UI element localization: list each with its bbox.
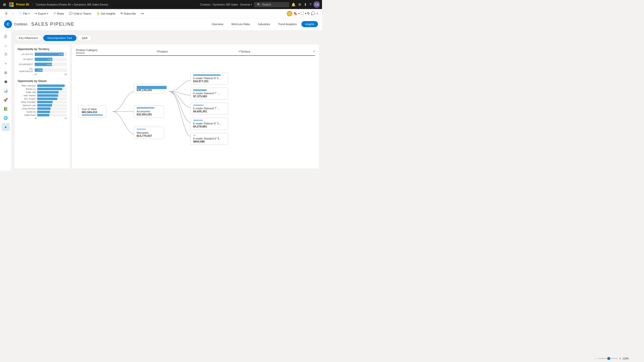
- refresh-icon[interactable]: ↻: [307, 12, 310, 15]
- menu-toggle-button[interactable]: ☰: [3, 11, 10, 16]
- sidebar-icon-browse[interactable]: ⊞: [2, 69, 10, 77]
- owner-bar-row: Hollie Rees: [18, 114, 67, 116]
- microsoft-logo-icon: [9, 2, 14, 7]
- sidebar-icon-apps[interactable]: 🚀: [2, 96, 10, 104]
- comment-icon[interactable]: 💭: [311, 12, 315, 15]
- get-insights-button[interactable]: 💡 Get insights: [94, 11, 117, 16]
- search-button[interactable]: 🔍 Search: [254, 2, 289, 7]
- nav-trend[interactable]: Trend Analytics: [274, 21, 300, 27]
- owner-chart-title: Opportunity by Owner: [18, 79, 67, 82]
- owner-bar-track: [37, 98, 67, 100]
- file-chevron-icon: ▾: [28, 12, 30, 15]
- territory-bar-track: 3.1K: [35, 58, 67, 61]
- owner-bar-row: Alan Steiner: [18, 94, 67, 97]
- right-node-1-bar: [193, 89, 207, 91]
- left-panel: Opportunity by Territory US-SOUTH 6.4K U…: [15, 44, 70, 168]
- sidebar-icon-recent[interactable]: ⏱: [2, 51, 10, 59]
- sidebar-icon-metrics[interactable]: 📊: [2, 87, 10, 95]
- fullscreen-icon[interactable]: ⛶: [301, 12, 304, 15]
- owner-label: Riley Johnson: [18, 84, 36, 87]
- owner-bar-row: Alicia Thomber: [18, 101, 67, 103]
- territory-bar-row: US-NORTHEAST 1.3K: [18, 68, 67, 73]
- owner-bar-row: Eric Gruber: [18, 98, 67, 100]
- help-icon[interactable]: ?: [309, 3, 311, 7]
- nav-overview[interactable]: Overview: [208, 21, 227, 27]
- right-node-3-bar: [193, 120, 203, 121]
- mid-node-warranties[interactable]: Warranties $14,775,927: [134, 127, 164, 139]
- bookmark-chevron[interactable]: ▾: [298, 12, 300, 15]
- search-icon: 🔍: [257, 3, 261, 6]
- sidebar-icon-menu[interactable]: ☰: [2, 32, 10, 40]
- close-territory[interactable]: ✕: [313, 50, 315, 53]
- territory-bar-fill: 3.1K: [35, 58, 52, 61]
- file-label: File: [23, 12, 28, 15]
- decomp-tree-panel: Product Category Devices ✕ Product ✕ Ter…: [72, 44, 319, 168]
- right-node-2[interactable]: E-reader Diamond 7" ... $4,605,301: [190, 103, 228, 115]
- right-node-4-name: E-reader Standard 6" 8...: [193, 137, 225, 140]
- territory-bar-value: 3.0K: [47, 63, 51, 66]
- root-node[interactable]: Sum of Value $83,569,410: [78, 106, 106, 118]
- owner-bar-row: Renee Lo: [18, 88, 67, 90]
- mid-node-accessories[interactable]: Accessories $32,654,281: [134, 105, 164, 118]
- close-product[interactable]: ✕: [238, 50, 240, 53]
- more-button[interactable]: •••: [139, 11, 146, 16]
- sidebar-icon-create[interactable]: ＋: [2, 60, 10, 68]
- settings-icon[interactable]: ⚙: [298, 3, 301, 7]
- owner-label: Greg Winston: [18, 107, 36, 110]
- tree-canvas: Sum of Value $83,569,410 Devices $36,139…: [76, 59, 315, 164]
- col-header-product-category: Product Category: [76, 49, 98, 52]
- apps-grid-icon[interactable]: ⊞: [2, 2, 7, 8]
- bookmark-icon[interactable]: 🔖: [293, 12, 297, 15]
- sidebar-icon-home[interactable]: ⌂: [2, 41, 10, 50]
- chevron-down-icon[interactable]: ▾: [251, 3, 252, 6]
- favorite-icon[interactable]: ☆: [316, 12, 319, 15]
- territory-axis-min: 0K: [35, 73, 37, 75]
- tab-qna[interactable]: Q&A: [77, 35, 92, 41]
- sidebar-icon-goals[interactable]: ⬟: [2, 78, 10, 86]
- subscribe-button[interactable]: ✉ Subscribe: [118, 11, 138, 16]
- file-button[interactable]: 📄 File ▾: [17, 11, 32, 16]
- report-nav: Overview Win/Loss Ratio Industries Trend…: [208, 21, 318, 27]
- expand-button[interactable]: ›: [11, 11, 16, 16]
- territory-bar-row: US-SOUTH 6.4K: [18, 53, 67, 56]
- devices-bar: [137, 86, 167, 89]
- tree-col-product: Product ✕: [158, 49, 240, 56]
- territory-bar-row: US-MIDWEST 3.0K: [18, 63, 67, 66]
- subscribe-label: Subscribe: [124, 12, 136, 15]
- sidebar-icon-learn[interactable]: 📗: [2, 105, 10, 113]
- territory-bar-value: 6.4K: [59, 53, 63, 56]
- avatar[interactable]: CA: [313, 1, 320, 8]
- root-node-name: Sum of Value: [82, 108, 103, 111]
- right-node-4-bar: [193, 135, 196, 136]
- nav-winloss[interactable]: Win/Loss Ratio: [228, 21, 254, 27]
- tab-decomposition-tree[interactable]: Decomposition Tree: [43, 35, 76, 41]
- nav-insights[interactable]: Insights: [301, 21, 318, 27]
- visual-options-icon[interactable]: [287, 11, 292, 16]
- tab-key-influencers[interactable]: Key Influencers: [15, 35, 42, 41]
- share-button[interactable]: ↗ Share: [51, 11, 66, 16]
- right-node-2-value: $4,605,301: [193, 110, 225, 113]
- workspace-env-label: General: [240, 3, 250, 6]
- right-node-1[interactable]: E-reader Diamond 7" ... $7,373,583: [190, 88, 228, 100]
- insights-label: Get insights: [101, 12, 115, 15]
- close-product-category[interactable]: ✕: [156, 50, 158, 53]
- sidebar-icon-active[interactable]: ●: [2, 123, 10, 131]
- notification-icon[interactable]: 🔔: [291, 3, 296, 7]
- fullscreen-chevron[interactable]: ▾: [305, 12, 306, 15]
- owner-bar-row: David So: [18, 111, 67, 113]
- export-icon: ↦: [35, 12, 37, 15]
- right-node-4-value: $904,086: [193, 140, 225, 143]
- nav-industries[interactable]: Industries: [255, 21, 274, 27]
- sidebar-icon-hub[interactable]: 🌐: [2, 114, 10, 122]
- mid-node-devices[interactable]: Devices $36,139,202: [134, 84, 164, 93]
- right-node-0[interactable]: E-reader Platinum 8" 6... $18,977,351: [190, 73, 228, 84]
- download-icon[interactable]: ⬇: [304, 3, 307, 7]
- chat-in-teams-button[interactable]: 💬 Chat in Teams: [67, 11, 93, 16]
- right-node-3[interactable]: E-reader Platinum 8" 3... $4,278,881: [190, 118, 228, 130]
- right-node-4[interactable]: E-reader Standard 6" 8... $904,086: [190, 133, 228, 145]
- expand-icon: ›: [13, 12, 14, 15]
- export-button[interactable]: ↦ Export ▾: [33, 11, 50, 16]
- owner-bar-fill: [37, 111, 50, 113]
- warranties-bar: [137, 128, 146, 130]
- territory-bar-track: 3.0K: [35, 63, 67, 66]
